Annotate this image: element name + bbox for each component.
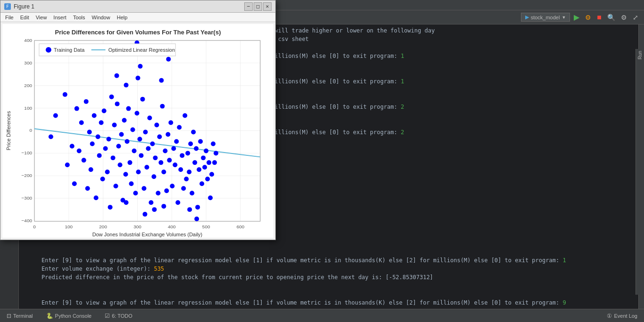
svg-text:400: 400	[24, 38, 32, 43]
fig-menu-edit[interactable]: Edit	[17, 15, 32, 20]
fig-menu-file[interactable]: File	[2, 15, 17, 20]
debug-button[interactable]: ⚙	[583, 13, 593, 22]
figure-close-button[interactable]: ✕	[263, 2, 272, 11]
fig-menu-view[interactable]: View	[33, 15, 50, 20]
svg-point-39	[72, 181, 77, 186]
python-console-tab[interactable]: 🐍 Python Console	[43, 312, 95, 320]
svg-point-112	[182, 113, 187, 118]
figure-window: F Figure 1 − □ ✕ File Edit View Insert T…	[0, 0, 276, 240]
svg-point-51	[96, 134, 100, 139]
svg-point-90	[151, 174, 156, 179]
status-bar: ⊡ Terminal 🐍 Python Console ☑ 6: TODO ① …	[0, 309, 644, 322]
svg-point-120	[194, 146, 198, 151]
svg-point-73	[128, 160, 132, 165]
svg-text:100: 100	[65, 224, 73, 229]
svg-point-41	[77, 148, 82, 153]
svg-point-91	[153, 155, 157, 160]
svg-text:0: 0	[33, 224, 36, 229]
stop-button[interactable]: ■	[595, 12, 603, 23]
svg-point-143	[187, 207, 192, 212]
svg-text:−200: −200	[22, 173, 33, 178]
svg-point-130	[208, 195, 213, 200]
svg-point-49	[92, 113, 97, 118]
figure-icon: F	[4, 3, 11, 10]
svg-point-45	[85, 186, 90, 191]
expand-button[interactable]: ⤢	[631, 13, 640, 22]
run-button[interactable]: ▶	[572, 12, 581, 23]
svg-point-144	[142, 212, 147, 217]
svg-text:Training Data: Training Data	[54, 47, 85, 53]
svg-point-140	[124, 83, 129, 88]
svg-point-88	[149, 200, 153, 205]
svg-point-98	[163, 148, 167, 153]
todo-icon: ☑	[105, 313, 110, 319]
svg-text:Dow Jones Industrial Exchange : Dow Jones Industrial Exchange Volumes (D…	[92, 232, 203, 237]
svg-point-122	[197, 167, 201, 172]
figure-titlebar: F Figure 1 − □ ✕	[0, 0, 275, 13]
event-log-tab[interactable]: ① Event Log	[604, 312, 640, 320]
svg-point-34	[49, 134, 53, 139]
bottom-console: Enter [9] to view a graph of the linear …	[41, 256, 632, 307]
svg-point-42	[79, 121, 84, 125]
svg-point-105	[173, 162, 177, 167]
svg-point-40	[74, 106, 79, 111]
svg-point-129	[206, 160, 211, 165]
svg-point-119	[192, 160, 197, 165]
svg-text:300: 300	[24, 60, 32, 65]
svg-text:Price Differences: Price Differences	[6, 111, 11, 150]
search-everywhere-button[interactable]: 🔍	[605, 13, 617, 22]
svg-point-80	[138, 137, 142, 141]
fig-menu-insert[interactable]: Insert	[50, 15, 69, 20]
figure-minimize-button[interactable]: −	[244, 2, 253, 11]
svg-text:0: 0	[29, 128, 32, 133]
svg-point-93	[156, 191, 160, 195]
svg-point-102	[168, 121, 173, 125]
svg-point-138	[166, 57, 171, 62]
svg-point-58	[107, 137, 111, 141]
svg-point-69	[122, 118, 127, 123]
bottom-line-3: Predicted difference in the price of the…	[41, 273, 632, 282]
svg-point-60	[109, 95, 114, 99]
svg-point-101	[167, 158, 172, 162]
svg-point-124	[199, 181, 204, 186]
svg-text:−300: −300	[22, 195, 33, 201]
svg-point-113	[184, 177, 189, 181]
settings-button[interactable]: ⚙	[619, 13, 629, 22]
svg-point-66	[118, 162, 123, 167]
svg-point-123	[198, 139, 203, 144]
run-config-selector[interactable]: ▶ stock_model ▼	[521, 13, 570, 22]
svg-point-85	[144, 165, 149, 169]
svg-point-92	[154, 123, 159, 128]
todo-tab[interactable]: ☑ 6: TODO	[102, 312, 135, 320]
svg-point-89	[150, 141, 155, 146]
svg-point-46	[87, 130, 92, 135]
svg-point-109	[178, 167, 183, 172]
svg-point-76	[132, 148, 137, 153]
svg-point-126	[202, 165, 207, 169]
terminal-icon: ⊡	[7, 313, 11, 319]
svg-point-56	[103, 146, 108, 151]
svg-point-133	[212, 160, 217, 165]
svg-text:−100: −100	[22, 150, 33, 155]
svg-point-147	[124, 200, 129, 205]
bottom-spacer-2	[41, 290, 632, 298]
svg-point-57	[105, 169, 110, 174]
svg-point-94	[157, 134, 162, 139]
figure-maximize-button[interactable]: □	[254, 2, 262, 11]
bottom-line-4: Enter [9] to view a graph of the linear …	[41, 298, 632, 307]
svg-point-114	[185, 151, 190, 155]
svg-text:200: 200	[99, 224, 107, 229]
svg-point-54	[100, 177, 105, 181]
fig-menu-window[interactable]: Window	[89, 15, 113, 20]
svg-point-55	[102, 109, 107, 113]
bottom-spacer-1	[41, 282, 632, 290]
terminal-tab[interactable]: ⊡ Terminal	[4, 312, 36, 320]
chart-area: Price Differences for Given Volumes For …	[2, 24, 273, 238]
fig-menu-tools[interactable]: Tools	[70, 15, 88, 20]
svg-point-48	[90, 141, 95, 146]
svg-point-110	[180, 153, 184, 158]
svg-point-75	[131, 128, 135, 132]
svg-point-59	[108, 205, 113, 209]
svg-point-96	[160, 104, 165, 109]
fig-menu-help[interactable]: Help	[114, 15, 131, 20]
